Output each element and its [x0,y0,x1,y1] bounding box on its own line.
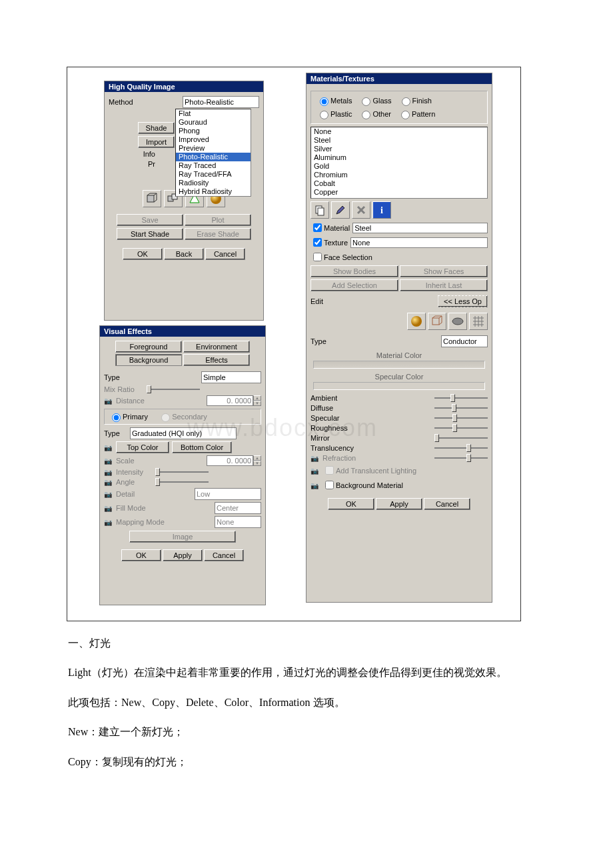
ve-type-select[interactable] [201,371,261,383]
roughness-label: Roughness [310,424,364,432]
ve-apply-button[interactable]: Apply [163,549,203,561]
top-color-button[interactable]: Top Color [116,441,169,453]
specular-slider[interactable] [434,414,488,422]
cube-icon[interactable] [143,190,161,207]
roughness-slider[interactable] [434,424,488,432]
radio-plastic[interactable]: Plastic [316,109,352,119]
method-option-raytracedffa[interactable]: Ray Traced/FFA [176,170,251,179]
scale-spinner[interactable]: ▲▼ [207,455,261,466]
specular-color-swatch[interactable] [313,382,485,390]
add-translucent-checkbox[interactable]: Add Translucent Lighting [322,464,416,477]
less-options-button[interactable]: << Less Op [438,295,488,307]
environment-button[interactable]: Environment [183,341,250,353]
preview-disc-icon[interactable] [448,313,467,330]
hqi-back-button[interactable]: Back [164,248,204,260]
face-selection-checkbox[interactable]: Face Selection [310,251,372,263]
delete-x-icon[interactable] [352,201,370,219]
shade-button[interactable]: Shade [138,122,175,134]
erase-shade-button[interactable]: Erase Shade [185,228,251,240]
method-dropdown-list[interactable]: Flat Gouraud Phong Improved Preview Phot… [175,109,251,197]
start-shade-button[interactable]: Start Shade [117,228,183,240]
edit-type-select[interactable] [441,335,488,347]
preview-sphere-icon[interactable] [407,313,426,330]
background-material-checkbox[interactable]: Background Material [322,479,403,491]
show-faces-button[interactable]: Show Faces [400,265,488,277]
primary-radio[interactable]: Primary [109,412,148,420]
mirror-label: Mirror [310,434,364,442]
inherit-last-button[interactable]: Inherit Last [400,279,488,291]
secondary-radio[interactable]: Secondary [158,412,207,420]
preview-grid-icon[interactable] [469,313,488,330]
radio-other[interactable]: Other [358,109,391,119]
mirror-slider[interactable] [434,434,488,442]
intensity-slider[interactable] [155,468,209,476]
radio-finish[interactable]: Finish [398,95,432,106]
texture-field[interactable] [350,237,488,248]
effects-button[interactable]: Effects [183,354,250,366]
radio-metals[interactable]: Metals [316,95,352,106]
hqi-ok-button[interactable]: OK [123,248,163,260]
method-select[interactable] [183,96,259,108]
method-option-hybrid[interactable]: Hybrid Radiosity [176,187,251,196]
plot-button[interactable]: Plot [185,214,251,226]
detail-select[interactable] [195,488,261,500]
method-option-gouraud[interactable]: Gouraud [176,118,251,127]
svg-rect-11 [318,208,324,215]
list-item[interactable]: Copper [311,188,487,197]
distance-spinner[interactable]: ▲▼ [207,395,261,406]
add-selection-button[interactable]: Add Selection [310,279,398,291]
texture-checkbox[interactable]: Texture [310,236,348,249]
list-item[interactable]: Gold [311,162,487,171]
material-color-swatch[interactable] [313,361,485,369]
angle-slider[interactable] [155,478,209,486]
radio-glass[interactable]: Glass [358,95,391,106]
ve-cancel-button[interactable]: Cancel [204,549,244,561]
list-item[interactable]: Steel [311,136,487,145]
ambient-slider[interactable] [434,394,488,402]
refraction-slider[interactable] [434,454,488,462]
specular-label: Specular [310,414,364,422]
list-item[interactable]: Silver [311,145,487,153]
article-p5: Copy：复制现有的灯光； [47,752,566,772]
mt-apply-button[interactable]: Apply [376,498,422,510]
foreground-button[interactable]: Foreground [115,341,182,353]
mt-cancel-button[interactable]: Cancel [424,498,470,510]
mapping-mode-select[interactable] [215,516,261,528]
image-button[interactable]: Image [129,531,236,543]
material-listbox[interactable]: None Steel Silver Aluminum Gold Chromium… [310,127,488,199]
radio-pattern[interactable]: Pattern [398,109,435,119]
edit-section: Edit << Less Op [310,295,488,510]
material-color-header: Material Color [310,350,488,361]
method-option-flat[interactable]: Flat [176,109,251,118]
save-button[interactable]: Save [117,214,183,226]
translucency-slider[interactable] [434,444,488,452]
copy-icon[interactable] [310,201,329,219]
edit-type-label: Type [310,337,337,345]
method-option-preview[interactable]: Preview [176,144,251,153]
material-checkbox[interactable]: Material [310,221,350,234]
fill-mode-select[interactable] [215,502,261,514]
mt-ok-button[interactable]: OK [328,498,374,510]
diffuse-slider[interactable] [434,404,488,412]
method-option-phong[interactable]: Phong [176,127,251,135]
list-item[interactable]: None [311,127,487,136]
list-item[interactable]: Aluminum [311,153,487,162]
list-item[interactable]: Chromium [311,171,487,179]
mix-ratio-slider[interactable] [147,385,200,393]
method-option-radiosity[interactable]: Radiosity [176,179,251,187]
import-button[interactable]: Import [138,136,175,148]
bottom-color-button[interactable]: Bottom Color [172,441,232,453]
edit-icon[interactable] [331,201,350,219]
show-bodies-button[interactable]: Show Bodies [310,265,398,277]
ve-type2-select[interactable] [130,427,237,439]
material-field[interactable] [352,223,488,233]
method-option-photorealistic[interactable]: Photo-Realistic [176,153,251,161]
background-button[interactable]: Background [115,354,182,366]
method-option-raytraced[interactable]: Ray Traced [176,161,251,170]
list-item[interactable]: Cobalt [311,179,487,188]
hqi-cancel-button[interactable]: Cancel [205,248,245,260]
ve-ok-button[interactable]: OK [121,549,161,561]
info-icon[interactable]: i [372,201,391,219]
preview-cube-wire-icon[interactable] [428,313,446,330]
method-option-improved[interactable]: Improved [176,135,251,144]
